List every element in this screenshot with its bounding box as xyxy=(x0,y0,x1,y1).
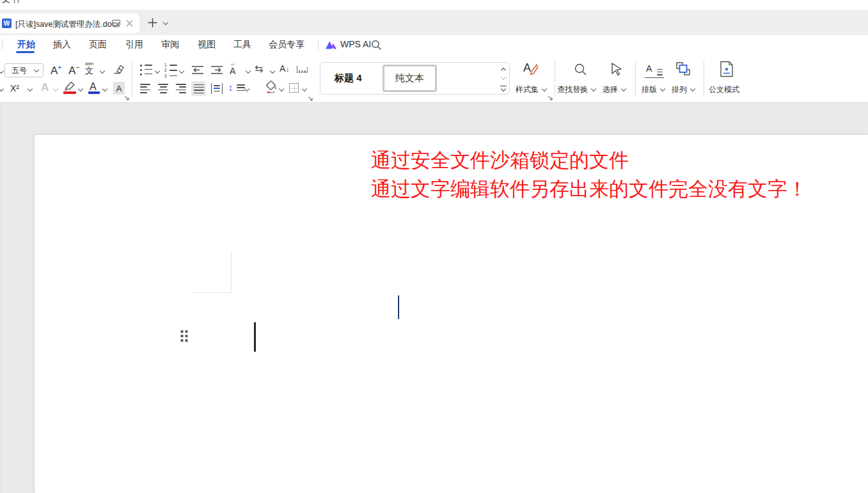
menu-item-member[interactable]: 会员专享 xyxy=(269,39,304,51)
increase-indent-icon[interactable] xyxy=(210,65,223,75)
official-doc-button[interactable]: 公文模式 xyxy=(709,84,739,95)
grow-font-a: A xyxy=(51,65,58,77)
screen-share-icon[interactable] xyxy=(111,19,121,27)
justify-button-active[interactable] xyxy=(191,81,206,96)
style-heading4[interactable]: 标题 4 xyxy=(335,72,362,84)
char-scale-arrows: ↔ xyxy=(230,61,235,66)
new-tab-icon[interactable] xyxy=(148,18,157,27)
tab-title: [只读]save测试管理办法.docx xyxy=(15,19,120,30)
numbered-list-button[interactable]: 1 2 3 xyxy=(164,63,177,79)
find-replace-label: 查找替换 xyxy=(557,85,588,94)
grow-font-plus: + xyxy=(58,63,61,71)
gallery-more-chevron-icon[interactable] xyxy=(501,86,506,91)
increase-font-button[interactable]: A+ xyxy=(51,63,62,77)
styles-dialog-launcher-icon[interactable] xyxy=(548,95,553,101)
numbered-list-chevron-icon[interactable] xyxy=(179,68,184,74)
clear-format-eraser-icon[interactable] xyxy=(113,63,125,75)
menu-item-tools[interactable]: 工具 xyxy=(233,39,251,51)
wrap-text-chevron-icon[interactable] xyxy=(270,68,275,74)
search-icon[interactable] xyxy=(371,40,382,51)
menu-item-page[interactable]: 页面 xyxy=(89,39,107,51)
find-replace-button[interactable]: 查找替换 xyxy=(557,84,596,95)
text-effects-chevron-icon[interactable] xyxy=(53,86,58,91)
shading-icon[interactable] xyxy=(264,81,278,94)
document-tab[interactable]: W [只读]save测试管理办法.docx xyxy=(0,13,139,33)
style-set-button[interactable]: 样式集 xyxy=(516,84,546,95)
document-red-text: 通过安全文件沙箱锁定的文件 通过文字编辑软件另存出来的文件完全没有文字！ xyxy=(371,146,807,203)
char-border-button[interactable]: A xyxy=(113,82,125,95)
document-canvas: 通过安全文件沙箱锁定的文件 通过文字编辑软件另存出来的文件完全没有文字！ xyxy=(0,103,868,493)
borders-chevron-icon[interactable] xyxy=(302,86,307,91)
shading-chevron-icon[interactable] xyxy=(279,86,284,91)
num-3: 3 xyxy=(164,74,167,79)
char-scale-chevron-icon[interactable] xyxy=(246,68,251,74)
char-scale-button[interactable]: ↔ A xyxy=(230,61,235,76)
align-center-button[interactable] xyxy=(158,84,168,93)
find-replace-icon[interactable] xyxy=(574,63,587,76)
official-doc-icon[interactable] xyxy=(720,61,734,77)
borders-button[interactable] xyxy=(289,83,299,93)
wps-writer-window: 文件 W [只读]save测试管理办法.docx 开始 插入 页面 引用 xyxy=(0,0,868,493)
font-size-value: 五号 xyxy=(12,65,27,76)
style-plain-text-selected[interactable]: 纯文本 xyxy=(383,65,437,92)
select-cursor-icon[interactable] xyxy=(610,62,624,76)
bullet-list-button[interactable] xyxy=(140,65,152,75)
font-dialog-launcher-icon[interactable] xyxy=(124,95,130,101)
table-corner-mark xyxy=(193,252,232,293)
active-menu-underline xyxy=(16,51,35,53)
group-divider xyxy=(704,61,704,97)
style-set-brush-icon xyxy=(528,64,539,75)
decrease-indent-icon[interactable] xyxy=(191,65,204,75)
align-left-button[interactable] xyxy=(140,84,150,93)
shrink-font-minus: − xyxy=(75,63,79,71)
text-effects-button[interactable]: A xyxy=(41,81,49,94)
layout-icon[interactable]: A xyxy=(645,63,664,78)
wps-ai-label[interactable]: WPS AI xyxy=(340,39,371,49)
drag-handle-icon[interactable] xyxy=(181,331,189,343)
group-divider xyxy=(132,61,132,97)
official-doc-label: 公文模式 xyxy=(709,85,739,94)
tab-list-chevron-icon[interactable] xyxy=(163,20,168,25)
close-tab-icon[interactable] xyxy=(126,20,133,27)
line-spacing-arrow: ↕ xyxy=(228,82,233,93)
menu-item-insert[interactable]: 插入 xyxy=(53,39,71,51)
pinyin-chevron-icon[interactable] xyxy=(100,68,105,74)
line-spacing-chevron-icon[interactable] xyxy=(244,86,249,91)
bullet-list-chevron-icon[interactable] xyxy=(155,68,160,74)
style-set-icon[interactable]: A xyxy=(523,61,531,75)
tab-stops-icon[interactable] xyxy=(296,65,308,74)
select-label: 选择 xyxy=(603,85,618,94)
select-button[interactable]: 选择 xyxy=(603,84,626,95)
font-size-select[interactable]: 五号 xyxy=(4,63,43,77)
highlight-chevron-icon[interactable] xyxy=(78,86,83,91)
superscript-button[interactable]: X² xyxy=(10,83,19,93)
paragraph-dialog-launcher-icon[interactable] xyxy=(308,96,313,102)
menu-item-review[interactable]: 审阅 xyxy=(161,39,179,51)
menu-bar: 开始 插入 页面 引用 审阅 视图 工具 会员专享 WPS AI xyxy=(0,35,868,54)
arrange-icon[interactable] xyxy=(675,61,691,77)
align-right-button[interactable] xyxy=(176,84,186,93)
superscript-chevron-icon[interactable] xyxy=(28,86,33,91)
arrange-button[interactable]: 排列 xyxy=(672,84,695,95)
font-color-chevron-icon[interactable] xyxy=(102,86,107,91)
highlight-pen-icon[interactable] xyxy=(63,81,76,91)
document-page[interactable]: 通过安全文件沙箱锁定的文件 通过文字编辑软件另存出来的文件完全没有文字！ xyxy=(34,134,868,493)
line-spacing-button[interactable]: ↕ xyxy=(228,82,233,93)
distribute-button[interactable] xyxy=(211,83,223,94)
menu-item-view[interactable]: 视图 xyxy=(198,39,216,51)
decrease-font-button[interactable]: A− xyxy=(68,63,80,77)
ribbon-toolbar: 五号 A+ A− wén 文 X² A xyxy=(0,54,868,103)
wrap-text-button[interactable]: ⇆ xyxy=(255,63,263,75)
clipped-dropdown-chevron-icon[interactable] xyxy=(0,68,4,74)
menu-item-home[interactable]: 开始 xyxy=(17,39,35,51)
layout-a: A xyxy=(646,63,652,74)
document-tab-bar: W [只读]save测试管理办法.docx xyxy=(0,10,868,35)
num-1: 1 xyxy=(164,63,167,68)
pinyin-guide-button[interactable]: wén 文 xyxy=(85,61,93,77)
layout-button[interactable]: 排版 xyxy=(642,84,665,95)
menu-item-reference[interactable]: 引用 xyxy=(125,39,143,51)
clipped-dropdown-chevron-icon[interactable] xyxy=(0,86,4,91)
gallery-scroll-up-icon[interactable] xyxy=(501,68,506,73)
gallery-scroll-down-icon[interactable] xyxy=(501,75,506,80)
sort-button[interactable]: A↓ xyxy=(280,63,290,74)
